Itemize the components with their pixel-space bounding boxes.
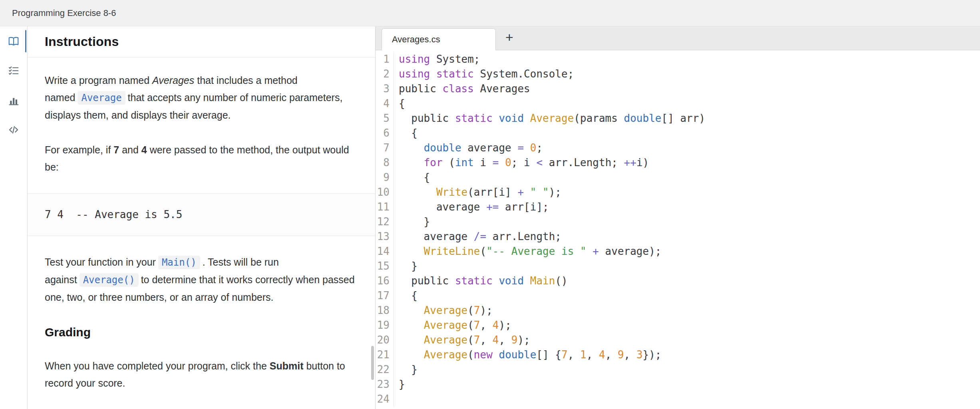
code-line[interactable]: 4{ bbox=[376, 96, 980, 111]
line-number: 11 bbox=[376, 200, 394, 214]
grading-heading: Grading bbox=[45, 324, 357, 341]
code-line[interactable]: 18 Average(7); bbox=[376, 303, 980, 318]
code-line[interactable]: 24 bbox=[376, 392, 980, 407]
line-number: 21 bbox=[376, 347, 394, 362]
code-line[interactable]: 5 public static void Average(params doub… bbox=[376, 111, 980, 126]
text-run: 4 bbox=[141, 144, 147, 155]
code-line-text: for (int i = 0; i < arr.Length; ++i) bbox=[394, 155, 649, 170]
line-number: 15 bbox=[376, 259, 394, 274]
line-number: 22 bbox=[376, 362, 394, 377]
line-number: 8 bbox=[376, 155, 394, 170]
code-line-text: Average(7, 4); bbox=[394, 318, 511, 333]
paragraph: Test your function in yourMain(). Tests … bbox=[45, 254, 357, 306]
line-number: 16 bbox=[376, 274, 394, 288]
code-line-text: average /= arr.Length; bbox=[394, 229, 561, 244]
line-number: 10 bbox=[376, 185, 394, 200]
line-number: 3 bbox=[376, 81, 394, 96]
text-run: When you have completed your program, cl… bbox=[45, 360, 270, 371]
code-line[interactable]: 8 for (int i = 0; i < arr.Length; ++i) bbox=[376, 155, 980, 170]
instructions-title: Instructions bbox=[45, 34, 119, 49]
book-icon bbox=[8, 35, 20, 47]
code-line[interactable]: 15 } bbox=[376, 259, 980, 274]
line-number: 24 bbox=[376, 392, 394, 407]
text-run: For example, if bbox=[45, 144, 113, 155]
code-line-text: } bbox=[394, 362, 417, 377]
code-line-text: { bbox=[394, 288, 417, 303]
code-line-text: Write(arr[i] + " "); bbox=[394, 185, 561, 200]
top-bar: Programming Exercise 8-6 bbox=[0, 0, 980, 26]
code-line[interactable]: 7 double average = 0; bbox=[376, 141, 980, 155]
sidebar-item-tasks[interactable] bbox=[0, 56, 27, 85]
code-line[interactable]: 16 public static void Main() bbox=[376, 274, 980, 288]
checklist-icon bbox=[8, 65, 20, 77]
instructions-header: Instructions bbox=[28, 26, 375, 58]
paragraph: When you have completed your program, cl… bbox=[45, 357, 357, 392]
editor-tab-bar: Averages.cs + bbox=[376, 26, 980, 50]
text-run: and bbox=[119, 144, 141, 155]
instructions-panel: Instructions Write a program named Avera… bbox=[28, 26, 376, 409]
code-line[interactable]: 14 WriteLine("-- Average is " + average)… bbox=[376, 244, 980, 259]
code-line-text: average += arr[i]; bbox=[394, 200, 549, 214]
code-line[interactable]: 21 Average(new double[] {7, 1, 4, 9, 3})… bbox=[376, 347, 980, 362]
code-line[interactable]: 17 { bbox=[376, 288, 980, 303]
code-line[interactable]: 10 Write(arr[i] + " "); bbox=[376, 185, 980, 200]
line-number: 2 bbox=[376, 67, 394, 81]
line-number: 6 bbox=[376, 126, 394, 141]
line-number: 12 bbox=[376, 214, 394, 229]
sidebar-item-code[interactable] bbox=[0, 115, 27, 145]
code-chip: Average bbox=[78, 91, 125, 105]
line-number: 4 bbox=[376, 96, 394, 111]
code-line-text: } bbox=[394, 259, 417, 274]
code-line[interactable]: 3public class Averages bbox=[376, 81, 980, 96]
code-line[interactable]: 12 } bbox=[376, 214, 980, 229]
paragraph: For example, if 7 and 4 were passed to t… bbox=[45, 141, 357, 176]
tab-averages-cs[interactable]: Averages.cs bbox=[382, 28, 496, 50]
code-line-text: { bbox=[394, 170, 430, 185]
new-tab-button[interactable]: + bbox=[505, 30, 513, 44]
code-line[interactable]: 23} bbox=[376, 377, 980, 392]
line-number: 13 bbox=[376, 229, 394, 244]
code-line-text: WriteLine("-- Average is " + average); bbox=[394, 244, 661, 259]
code-line-text bbox=[394, 392, 399, 407]
example-output: 7 4 -- Average is 5.5 bbox=[28, 193, 375, 236]
code-line-text: public static void Main() bbox=[394, 274, 568, 288]
code-line[interactable]: 2using static System.Console; bbox=[376, 67, 980, 81]
line-number: 18 bbox=[376, 303, 394, 318]
code-line[interactable]: 6 { bbox=[376, 126, 980, 141]
sidebar-item-progress[interactable] bbox=[0, 85, 27, 115]
page-title: Programming Exercise 8-6 bbox=[12, 8, 116, 18]
code-line-text: public static void Average(params double… bbox=[394, 111, 705, 126]
code-line[interactable]: 11 average += arr[i]; bbox=[376, 200, 980, 214]
code-line[interactable]: 20 Average(7, 4, 9); bbox=[376, 333, 980, 347]
line-number: 20 bbox=[376, 333, 394, 347]
editor-panel: Averages.cs + 1using System;2using stati… bbox=[376, 26, 980, 409]
active-panel-indicator bbox=[25, 30, 26, 52]
code-chip: Average() bbox=[80, 273, 139, 287]
line-number: 1 bbox=[376, 52, 394, 67]
line-number: 14 bbox=[376, 244, 394, 259]
code-lines[interactable]: 1using System;2using static System.Conso… bbox=[376, 50, 980, 409]
code-line-text: using System; bbox=[394, 52, 480, 67]
code-line[interactable]: 9 { bbox=[376, 170, 980, 185]
instructions-body: Write a program named Averages that incl… bbox=[28, 58, 375, 392]
text-run: 7 bbox=[113, 144, 119, 155]
code-line-text: { bbox=[394, 96, 405, 111]
code-line[interactable]: 1using System; bbox=[376, 52, 980, 67]
code-line[interactable]: 22 } bbox=[376, 362, 980, 377]
text-run: Averages bbox=[152, 75, 194, 86]
code-line-text: using static System.Console; bbox=[394, 67, 574, 81]
line-number: 7 bbox=[376, 141, 394, 155]
line-number: 23 bbox=[376, 377, 394, 392]
line-number: 19 bbox=[376, 318, 394, 333]
instructions-scrollbar-thumb[interactable] bbox=[371, 346, 374, 380]
panel-icon-sidebar bbox=[0, 26, 28, 409]
text-run: Write a program named bbox=[45, 75, 152, 86]
code-line[interactable]: 19 Average(7, 4); bbox=[376, 318, 980, 333]
code-icon bbox=[8, 124, 20, 136]
paragraph: Write a program named Averages that incl… bbox=[45, 72, 357, 124]
line-number: 5 bbox=[376, 111, 394, 126]
code-line-text: public class Averages bbox=[394, 81, 530, 96]
code-line-text: } bbox=[394, 377, 405, 392]
sidebar-item-instructions[interactable] bbox=[0, 26, 27, 56]
code-line[interactable]: 13 average /= arr.Length; bbox=[376, 229, 980, 244]
